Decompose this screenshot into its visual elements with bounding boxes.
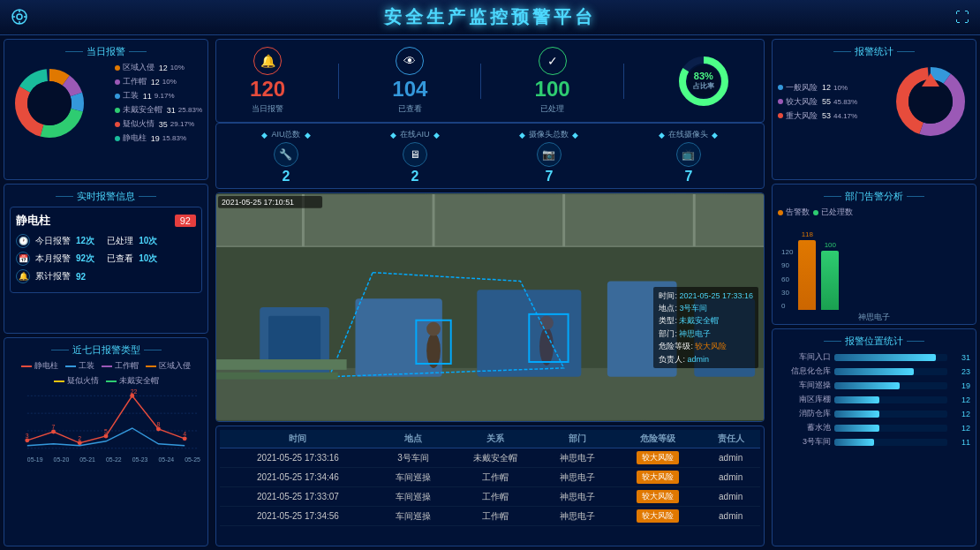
cell-dept: 神思电子 [540,507,614,526]
svg-point-57 [426,322,441,336]
label-medium: 较大风险 55 45.83% [778,96,857,108]
svg-text:05-24: 05-24 [158,456,174,463]
fullscreen-icon[interactable]: ⛶ [955,10,969,26]
svg-point-1 [17,14,22,19]
cell-time: 2021-05-25 17:33:16 [220,448,376,468]
location-bar-row: 车间入口 31 [778,351,970,363]
col-type: 关系 [450,430,540,448]
cell-location: 车间巡操 [376,487,450,507]
location-bar-row: 南区库棚 12 [778,394,970,405]
settings-icon[interactable] [11,8,28,27]
col-person: 责任人 [701,430,760,448]
dept-chart-area: 120 90 60 30 0 118 [778,222,970,310]
location-bar-row: 蓄水池 12 [778,422,970,433]
col-location: 地点 [376,430,450,448]
cell-risk: 较大风险 [614,507,701,526]
alert-table: 时间 地点 关系 部门 危险等级 责任人 2021-05-25 17:33:16… [220,430,760,526]
location-bar-row: 3号车间 11 [778,436,970,448]
table-row[interactable]: 2021-05-25 17:34:46 车间巡操 工作帽 神思电子 较大风险 a… [220,468,760,487]
loc-label: 3号车间 [778,436,831,448]
alert-device: 静电柱 [16,213,50,229]
cell-dept: 神思电子 [540,487,614,507]
svg-text:3: 3 [26,433,29,439]
risk-badge: 较大风险 [637,490,679,503]
svg-point-26 [51,429,56,433]
daily-alert-box: 当日报警 [4,39,208,180]
page-title: 安全生产监控预警平台 [384,5,596,29]
top-stats-row: 🔔 120 当日报警 👁 104 已查看 ✓ 100 已处理 [223,43,757,118]
svg-point-31 [183,436,187,441]
checked-stat: 👁 104 已查看 [392,47,427,115]
loc-value: 23 [951,367,970,376]
aiu-online-icon: 🖥 [403,142,427,167]
table-header-row: 时间 地点 关系 部门 危险等级 责任人 [220,430,760,448]
legend-handled-count: 已处理数 [813,207,853,218]
location-bar-row: 信息化仓库 23 [778,365,970,377]
cell-time: 2021-05-25 17:34:46 [220,468,376,487]
table-body: 2021-05-25 17:33:16 3号车间 未戴安全帽 神思电子 较大风险… [220,448,760,526]
loc-bar-bg [834,354,947,361]
camera-online-icon: 📺 [676,142,701,167]
y-axis: 120 90 60 30 0 [781,248,795,310]
daily-alert-title: 当日报警 [10,45,202,58]
loc-bar-bg [834,411,947,418]
location-bars: 车间入口 31 信息化仓库 23 车间巡操 19 南区库棚 12 消防仓库 [778,351,970,448]
table-row[interactable]: 2021-05-25 17:33:07 车间巡操 工作帽 神思电子 较大风险 a… [220,487,760,507]
label-yisi: 疑似火情 35 29.17% [115,118,202,130]
legend-jingdian: 静电柱 [21,360,58,372]
aiu-online-num: 2 [411,169,419,185]
cell-risk: 较大风险 [614,468,701,487]
cell-type: 工作帽 [450,487,540,507]
aiu-total: ◆AIU总数◆ 🔧 2 [261,129,310,185]
legend-weida2: 未戴安全帽 [106,375,159,387]
camera-info-overlay: 时间: 2021-05-25 17:33:16 地点: 3号车间 类型: 未戴安… [653,287,758,368]
table-row[interactable]: 2021-05-25 17:33:16 3号车间 未戴安全帽 神思电子 较大风险… [220,448,760,468]
bar-group-shensidianzi: 118 100 [798,239,970,310]
svg-text:8: 8 [156,421,160,427]
table-row[interactable]: 2021-05-25 17:34:56 车间巡操 工作帽 神思电子 较大风险 a… [220,507,760,526]
bar-handled: 100 [821,241,839,310]
gauge-circle: 83% 占比率 [677,55,730,108]
factory-image: 2021-05-25 17:10:51 时间: 2021-05-25 17:33… [216,193,764,421]
legend-alert-count: 告警数 [778,207,810,218]
top-stats-box: 🔔 120 当日报警 👁 104 已查看 ✓ 100 已处理 [215,39,765,123]
cell-location: 3号车间 [376,448,450,468]
calendar-icon: 📅 [16,252,30,266]
alarm-donut-area: 一般风险 12 10% 较大风险 55 45.83% 重大风险 53 [778,62,970,141]
cell-person: admin [701,448,760,468]
label-gongzuo: 工作帽 12 10% [115,76,202,87]
right-panel: 报警统计 一般风险 12 10% 较大风险 55 45.83% [768,35,980,550]
cell-type: 工作帽 [450,468,540,487]
risk-badge: 较大风险 [637,451,679,464]
legend-gongzuomao: 工作帽 [102,360,139,372]
handled-stat: ✓ 100 已处理 [535,47,570,115]
col-risk: 危险等级 [614,430,701,448]
risk-badge: 较大风险 [637,471,679,484]
svg-text:2: 2 [78,435,81,441]
divider2 [480,64,481,99]
bell-icon: 🔔 [16,269,30,283]
bar-alert: 118 [798,230,816,310]
svg-point-30 [156,426,161,431]
loc-bar-fill [834,354,936,361]
risk-badge: 较大风险 [637,509,679,523]
handled-icon: ✓ [539,47,567,75]
legend-gongzhuang: 工装 [65,360,94,372]
label-quyurujin: 区域入侵 12 10% [115,62,202,73]
col-dept: 部门 [540,430,614,448]
loc-bar-fill [834,368,914,375]
loc-bar-fill [834,382,900,389]
aiu-total-num: 2 [283,169,290,185]
line-chart: 05-19 05-20 05-21 05-22 05-23 05-24 05-2… [10,387,202,466]
label-weida: 未戴安全帽 31 25.83% [115,104,202,116]
realtime-alert-box: 实时报警信息 静电柱 92 🕐 今日报警 12次 已处理 10次 📅 本月报警 [4,184,208,334]
alert-total-row: 🔔 累计报警 92 [16,269,196,283]
col-time: 时间 [220,430,376,448]
svg-text:05-20: 05-20 [54,456,70,463]
loc-bar-bg [834,439,947,446]
divider1 [338,64,339,99]
header: 安全生产监控预警平台 ⛶ [0,0,980,35]
weekly-chart-title: 近七日报警类型 [10,343,202,357]
left-panel: 当日报警 [0,35,212,550]
cam-type: 类型: 未戴安全帽 [659,314,753,327]
